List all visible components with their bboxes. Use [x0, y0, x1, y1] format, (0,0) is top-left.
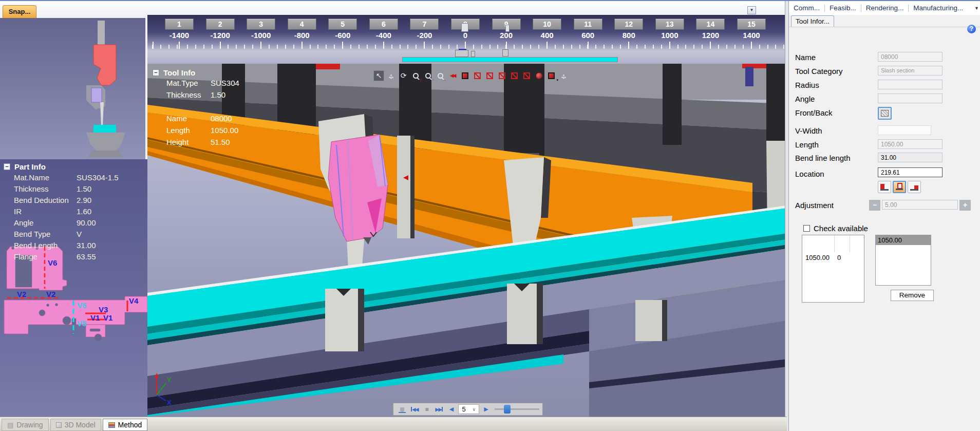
ruler-station-13: 131000	[655, 18, 684, 40]
bend-line-length-field[interactable]: 31.00	[878, 153, 943, 162]
part-info-label: Flange	[14, 252, 77, 261]
station-number-box[interactable]: 1	[165, 18, 194, 30]
playback-bar: ◀◀■▶▶◀5∨▶	[393, 403, 543, 416]
ruler-station-15: 151400	[737, 18, 766, 40]
radius-field[interactable]	[878, 80, 943, 89]
ruler-station-11: 11600	[574, 18, 602, 40]
check-available-checkbox[interactable]	[803, 225, 810, 232]
view-shaded-icon[interactable]	[534, 70, 544, 81]
length-field[interactable]: 1050.00	[878, 139, 943, 149]
station-number-box[interactable]: 7	[410, 18, 439, 30]
station-position-label: -600	[328, 31, 357, 40]
align-left-button[interactable]	[878, 181, 891, 193]
station-number-box[interactable]: 11	[574, 18, 602, 30]
zoom-extents-icon[interactable]: ↔	[435, 70, 446, 81]
previous-view-icon[interactable]: ◀◀	[447, 70, 458, 81]
station-number-box[interactable]: 15	[737, 18, 766, 30]
minimap-tool[interactable]	[471, 51, 475, 57]
location-field[interactable]: 219.61	[878, 167, 943, 177]
frame-dropdown[interactable]: 5∨	[458, 404, 479, 414]
tool-preview-3d[interactable]	[0, 18, 147, 159]
previous-step-button[interactable]: ◀	[446, 404, 457, 414]
bend-line-length-label: Bend line length	[795, 154, 851, 162]
adjustment-field[interactable]: 5.00	[882, 200, 958, 210]
bend-label-v4: V4	[129, 296, 138, 305]
stop-button[interactable]: ■	[421, 404, 432, 414]
remove-button[interactable]: Remove	[891, 290, 934, 301]
collapse-icon[interactable]: −	[4, 163, 10, 170]
tool-info-overlay-row: Thickness1.50	[153, 90, 239, 102]
part-info-value: 90.00	[77, 218, 96, 227]
tab-rendering[interactable]: Rendering...	[861, 4, 909, 12]
available-tools-list[interactable]: 1050.00 0	[802, 235, 864, 303]
move-part-icon[interactable]: ↔↕	[558, 70, 569, 81]
preview-shank	[98, 21, 105, 45]
panel-tab-strip: Comm...Feasib...Rendering...Manufacturin…	[789, 1, 980, 15]
select-cursor-icon[interactable]: ↖	[373, 70, 384, 81]
3d-viewport[interactable]: Y X − Tool Info Mat.TypeSUS304Thickness1…	[147, 64, 787, 417]
view-front-icon[interactable]	[472, 70, 483, 81]
view-top-icon[interactable]	[484, 70, 495, 81]
adjustment-minus-button[interactable]: −	[869, 200, 880, 211]
align-right-button[interactable]	[908, 181, 921, 193]
tab-feasib[interactable]: Feasib...	[825, 4, 861, 12]
angle-field[interactable]	[878, 93, 943, 103]
tab-manufacturing[interactable]: Manufacturing...	[909, 4, 968, 12]
overlay-value: 1050.00	[211, 126, 238, 135]
tab-3d-model[interactable]: 3D Model	[50, 419, 101, 431]
ruler-dropdown-icon[interactable]: ▼	[747, 6, 756, 14]
align-center-button[interactable]	[893, 181, 906, 193]
slider-thumb[interactable]	[504, 405, 511, 414]
station-number-box[interactable]: 2	[206, 18, 235, 30]
station-number-box[interactable]: 3	[247, 18, 275, 30]
zoom-icon[interactable]: ↕	[410, 70, 421, 81]
view-back-icon[interactable]	[521, 70, 532, 81]
panel-splitter[interactable]	[785, 1, 789, 431]
next-step-button[interactable]: ▶	[480, 404, 492, 414]
skip-to-start-button[interactable]: ◀◀	[409, 404, 420, 414]
station-number-box[interactable]: 5	[328, 18, 357, 30]
overlay-label: Length	[166, 126, 211, 135]
rotate-icon[interactable]: ⟳	[398, 70, 409, 81]
tool-position-handle[interactable]	[461, 23, 468, 32]
v-width-field[interactable]	[878, 125, 931, 135]
check-available-row[interactable]: Check available	[803, 224, 868, 233]
collapse-icon[interactable]: −	[153, 69, 159, 76]
pan-icon[interactable]: ↔↕	[386, 70, 397, 81]
skip-to-end-button[interactable]: ▶▶	[434, 404, 445, 414]
view-solid-icon[interactable]: ▾	[546, 70, 557, 81]
tab-method[interactable]: Method	[103, 419, 148, 431]
tab-tool-information[interactable]: Tool Infor...	[791, 15, 834, 27]
minimap-tool[interactable]	[502, 49, 508, 57]
station-number-box[interactable]: 13	[655, 18, 684, 30]
machine-scene: Y X	[147, 64, 787, 417]
tab-comm[interactable]: Comm...	[789, 4, 824, 12]
list-item[interactable]: 1050.00 0	[805, 254, 830, 261]
front-back-button[interactable]	[878, 107, 892, 120]
zoom-window-icon[interactable]: ▫	[423, 70, 434, 81]
part-info-row: Angle90.00	[0, 218, 147, 230]
ruler-station-4: 4-800	[288, 18, 316, 40]
tab-drawing[interactable]: ▤Drawing	[2, 419, 49, 431]
station-number-box[interactable]: 14	[696, 18, 725, 30]
adjustment-plus-button[interactable]: +	[959, 200, 971, 211]
axis-y-label: Y	[167, 376, 172, 384]
view-left-icon[interactable]	[509, 70, 520, 81]
view-iso-icon[interactable]	[460, 70, 470, 81]
tool-position-handle[interactable]	[505, 25, 510, 32]
list-item-selected[interactable]: 1050.00	[876, 235, 931, 245]
station-number-box[interactable]: 10	[533, 18, 561, 30]
station-number-box[interactable]: 6	[369, 18, 398, 30]
tab-overflow-icon[interactable]: ▼	[974, 6, 979, 11]
snap-tab[interactable]: Snap...	[3, 5, 36, 18]
progress-slider[interactable]	[495, 404, 539, 414]
station-number-box[interactable]: 4	[288, 18, 316, 30]
minimap-bed-bar[interactable]	[402, 57, 618, 62]
view-right-icon[interactable]	[497, 70, 507, 81]
help-icon[interactable]: ?	[967, 25, 976, 33]
station-number-box[interactable]: 12	[614, 18, 643, 30]
name-field[interactable]: 08000	[878, 52, 943, 62]
tool-category-field[interactable]: Slash section	[878, 66, 943, 76]
selected-tools-list[interactable]: 1050.00	[875, 235, 931, 286]
minimap-tool[interactable]	[455, 50, 468, 57]
